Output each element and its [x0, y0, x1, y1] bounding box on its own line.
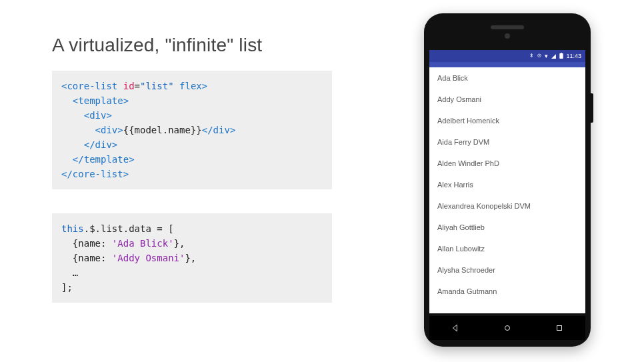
code-text: id [123, 81, 135, 91]
code-text: <div> [61, 110, 112, 121]
code-block-markup: <core-list id="list" flex> <template> <d… [52, 71, 332, 189]
slide-title: A virtualized, "infinite" list [52, 35, 262, 56]
list-item[interactable]: Alysha Schroeder [429, 259, 585, 281]
home-icon[interactable] [503, 323, 512, 333]
list-item[interactable]: Alden Windler PhD [429, 153, 585, 174]
svg-rect-4 [557, 326, 562, 331]
code-text: … [61, 267, 78, 278]
code-text: 'Ada Blick' [112, 238, 174, 249]
svg-rect-1 [560, 53, 563, 58]
code-text: </div> [202, 125, 236, 135]
code-block-js: this.$.list.data = [ {name: 'Ada Blick'}… [52, 213, 332, 303]
svg-point-3 [505, 326, 510, 331]
battery-icon [559, 53, 563, 60]
code-text: </template> [61, 154, 135, 165]
code-text: <div> [61, 125, 123, 135]
phone-screen: ▾ ◢ 11:43 Ada Blick Addy Osmani Adelbert… [429, 50, 585, 313]
android-nav-bar [429, 316, 585, 340]
code-text: 'Addy Osmani' [112, 253, 185, 263]
code-text: .data = [ [123, 223, 174, 234]
bluetooth-icon [529, 53, 534, 59]
code-text: </core-list> [61, 169, 129, 179]
phone-side-button [591, 93, 593, 123]
code-text: flex> [174, 81, 208, 91]
code-text: <core-list [61, 81, 123, 91]
back-icon[interactable] [451, 323, 460, 333]
list-item[interactable]: Alex Harris [429, 174, 585, 195]
list-item[interactable]: Alexandrea Konopelski DVM [429, 195, 585, 217]
recent-icon[interactable] [555, 323, 564, 333]
code-text: {name: [61, 253, 112, 263]
list-item[interactable]: Addy Osmani [429, 89, 585, 110]
app-toolbar [429, 62, 585, 67]
svg-rect-2 [561, 53, 563, 53]
status-time: 11:43 [566, 53, 581, 59]
list-item[interactable]: Aliyah Gottlieb [429, 217, 585, 238]
alarm-icon [537, 53, 542, 59]
code-text: this [61, 223, 84, 234]
list-item[interactable]: Adelbert Homenick [429, 110, 585, 131]
code-text: ]; [61, 282, 73, 293]
code-text: list [101, 223, 123, 234]
list-item[interactable]: Allan Lubowitz [429, 238, 585, 259]
status-bar: ▾ ◢ 11:43 [429, 50, 585, 62]
code-text: }, [185, 253, 196, 263]
code-text: </div> [61, 139, 117, 150]
wifi-icon: ▾ [545, 53, 549, 59]
list-item[interactable]: Amanda Gutmann [429, 281, 585, 302]
phone-mockup: ▾ ◢ 11:43 Ada Blick Addy Osmani Adelbert… [424, 13, 591, 347]
code-text: }, [174, 238, 185, 249]
code-text: <template> [61, 95, 129, 106]
code-text: "list" [140, 81, 174, 91]
list-item[interactable]: Ada Blick [429, 67, 585, 89]
code-text: = [135, 81, 140, 91]
code-text: .$. [84, 223, 101, 234]
signal-icon: ◢ [551, 53, 557, 59]
code-text: {name: [61, 238, 112, 249]
slide: A virtualized, "infinite" list <core-lis… [0, 0, 644, 362]
list-item[interactable]: Aida Ferry DVM [429, 131, 585, 153]
contact-list[interactable]: Ada Blick Addy Osmani Adelbert Homenick … [429, 67, 585, 313]
code-text: {{model.name}} [123, 125, 202, 135]
